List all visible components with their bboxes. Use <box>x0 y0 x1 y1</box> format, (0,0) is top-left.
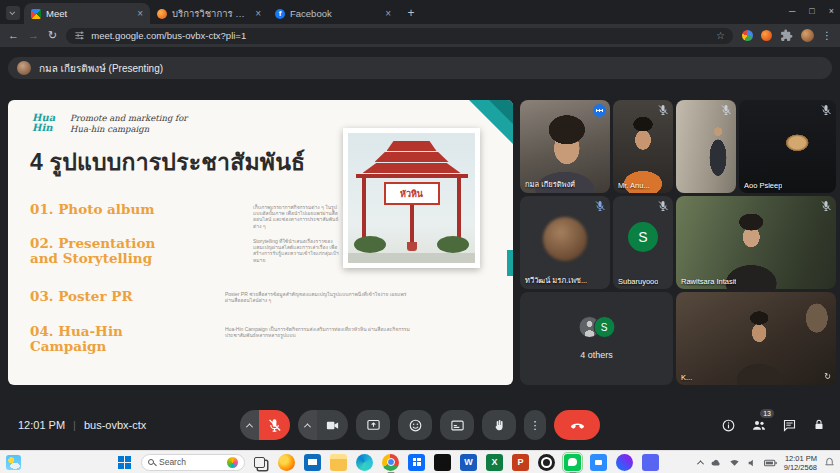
extensions-puzzle-icon[interactable] <box>780 29 793 42</box>
onedrive-cloud-icon[interactable] <box>710 458 722 467</box>
taskbar-app-task-view[interactable] <box>254 457 265 468</box>
address-bar[interactable]: meet.google.com/bus-ovbx-ctx?pli=1 ☆ <box>66 28 733 44</box>
mic-options-chevron-icon[interactable] <box>240 410 259 440</box>
raise-hand-button[interactable] <box>482 410 516 440</box>
mic-mute-button[interactable] <box>259 410 290 440</box>
taskbar-app-chrome[interactable] <box>382 454 399 471</box>
people-button[interactable]: 13 <box>751 417 767 433</box>
bookmark-star-icon[interactable]: ☆ <box>716 30 725 41</box>
back-button[interactable]: ← <box>8 30 19 41</box>
tab-facebook[interactable]: f Facebook × <box>268 3 398 24</box>
pavilion-beam <box>356 174 468 178</box>
participant-tile-mr-anu[interactable]: Mr. Anu... <box>613 100 673 193</box>
end-call-button[interactable] <box>554 410 600 440</box>
participant-tile-last[interactable]: K... ↻ <box>676 292 836 385</box>
taskbar-app-obs[interactable] <box>538 454 555 471</box>
tab-thai-site[interactable]: บริการวิชาการ ปีงบประมาณ 2569 : × <box>150 3 268 24</box>
shared-presentation-tile[interactable]: Hua Hin Promote and marketing for Hua-hi… <box>8 100 513 385</box>
present-screen-button[interactable] <box>356 410 390 440</box>
slide-title: 4 รูปแบบการประชาสัมพันธ์ <box>30 144 305 180</box>
flip-camera-icon[interactable]: ↻ <box>824 372 831 381</box>
mic-off-icon <box>657 104 669 116</box>
close-button[interactable]: × <box>829 6 834 16</box>
maximize-button[interactable]: □ <box>809 6 814 16</box>
url-text: meet.google.com/bus-ovbx-ctx?pli=1 <box>91 30 710 41</box>
taskbar-search[interactable]: Search <box>141 454 245 471</box>
forward-button[interactable]: → <box>28 30 39 41</box>
tab-title: บริการวิชาการ ปีงบประมาณ 2569 : <box>172 6 250 21</box>
notifications-bell-icon[interactable] <box>824 457 835 468</box>
taskbar-app-excel[interactable]: X <box>486 454 503 471</box>
host-controls-button[interactable] <box>812 418 826 432</box>
people-count-badge: 13 <box>760 409 774 418</box>
facebook-favicon-icon: f <box>275 9 285 19</box>
taskbar-app-powerpoint[interactable]: P <box>512 454 529 471</box>
participant-tile-subaruyooo[interactable]: S Subaruyooo <box>613 196 673 289</box>
extension-icon[interactable] <box>761 30 772 41</box>
tab-close-icon[interactable]: × <box>137 9 143 19</box>
participant-name: K... <box>681 373 692 382</box>
participant-name: กมล เกียรติพงศ์ <box>525 178 575 190</box>
battery-icon[interactable] <box>764 459 777 467</box>
participant-name: ทวีวัฒน์ มรภ.เพช... <box>525 274 587 286</box>
taskbar-app-firefox[interactable] <box>278 454 295 471</box>
divider: | <box>73 419 76 431</box>
presenter-avatar <box>17 61 31 75</box>
meeting-details-button[interactable] <box>721 418 736 433</box>
taskbar-app-messenger[interactable] <box>616 454 633 471</box>
clock-text: 12:01 PM <box>18 419 65 431</box>
taskbar-app-store[interactable] <box>408 454 425 471</box>
call-controls: ⋮ <box>240 410 600 440</box>
taskbar-app-edge[interactable] <box>356 454 373 471</box>
tab-meet[interactable]: Meet × <box>24 3 150 24</box>
reload-button[interactable]: ↻ <box>48 30 57 41</box>
presenting-banner: กมล เกียรติพงษ์ (Presenting) <box>8 57 832 79</box>
search-placeholder: Search <box>159 457 222 467</box>
taskbar-app-discord[interactable] <box>642 454 659 471</box>
slide-edge-decoration <box>507 250 513 276</box>
tab-title: Meet <box>46 8 132 19</box>
tab-close-icon[interactable]: × <box>255 9 261 19</box>
taskbar-app-mail[interactable] <box>304 454 321 471</box>
tab-search-icon[interactable] <box>6 6 20 20</box>
taskbar-app-zoom[interactable] <box>590 454 607 471</box>
slide-photo: หัวหิน <box>343 128 480 268</box>
browser-menu-icon[interactable]: ⋮ <box>822 30 832 41</box>
chat-button[interactable] <box>782 418 797 433</box>
minimize-button[interactable]: ─ <box>789 6 795 16</box>
participant-tile-taweewat[interactable]: ทวีวัฒน์ มรภ.เพช... <box>520 196 610 289</box>
volume-icon[interactable] <box>747 458 757 468</box>
captions-button[interactable] <box>440 410 474 440</box>
wifi-icon[interactable] <box>729 458 740 467</box>
taskbar-app-word[interactable]: W <box>460 454 477 471</box>
mic-off-icon <box>657 200 669 212</box>
new-tab-button[interactable]: + <box>402 4 420 22</box>
presenter-name: กมล เกียรติพงษ์ (Presenting) <box>39 61 163 76</box>
others-count-label: 4 others <box>580 350 613 360</box>
windows-taskbar: Search W X P 12:01 PM 9/12/2568 <box>0 450 840 473</box>
participant-tile-kamon[interactable]: กมล เกียรติพงศ์ <box>520 100 610 193</box>
widgets-weather-icon[interactable] <box>6 455 21 470</box>
overflow-participants-tile[interactable]: S 4 others <box>520 292 673 385</box>
taskbar-app-line[interactable] <box>564 454 581 471</box>
taskbar-app-tv[interactable] <box>434 454 451 471</box>
reactions-button[interactable] <box>398 410 432 440</box>
taskbar-clock[interactable]: 12:01 PM 9/12/2568 <box>784 454 817 472</box>
slide-tagline: Promote and marketing for Hua-hin campai… <box>70 113 187 134</box>
taskbar-app-file-explorer[interactable] <box>330 454 347 471</box>
tab-close-icon[interactable]: × <box>385 9 391 19</box>
participant-tile-aoo[interactable]: Aoo Psleep <box>739 100 836 193</box>
site-settings-icon[interactable] <box>74 30 85 41</box>
participant-tile-standing[interactable] <box>676 100 736 193</box>
tray-chevron-icon[interactable] <box>697 460 704 467</box>
extension-icon[interactable] <box>742 30 753 41</box>
participant-avatar <box>543 217 587 261</box>
more-options-button[interactable]: ⋮ <box>524 410 546 440</box>
participant-name: Subaruyooo <box>618 277 658 286</box>
camera-options-chevron-icon[interactable] <box>298 410 317 440</box>
camera-button[interactable] <box>317 410 348 440</box>
profile-avatar[interactable] <box>801 29 814 42</box>
photo-bush <box>354 236 386 253</box>
participant-tile-rawitsara[interactable]: Rawitsara Intasit <box>676 196 836 289</box>
start-button[interactable] <box>116 454 132 470</box>
